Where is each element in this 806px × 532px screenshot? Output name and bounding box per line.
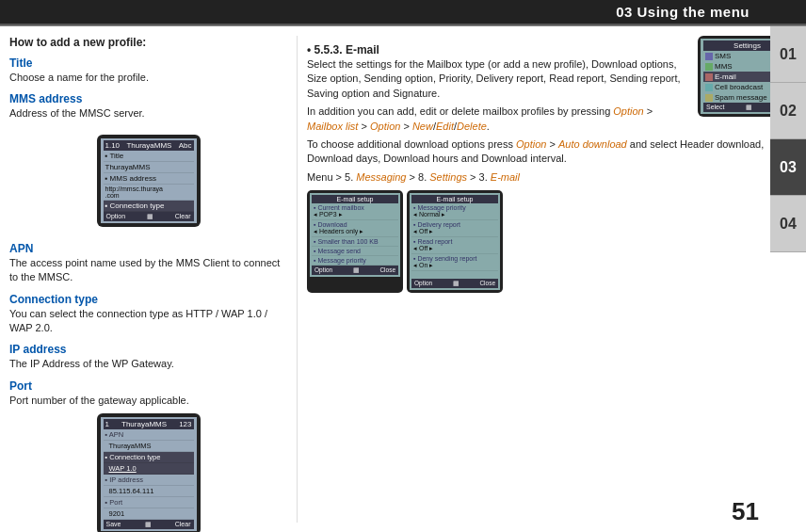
link-email: E-mail [491, 171, 520, 183]
link-delete: Delete [457, 121, 487, 132]
section-body-port: Port number of the gateway applicable. [9, 394, 287, 408]
section-title-apn: APN [9, 242, 287, 255]
right-body-7: To choose additional download options pr… [307, 137, 797, 167]
phone-b-row-apn-val: ThurayaMMS [104, 441, 194, 452]
settings-footer-select: Select [706, 104, 724, 111]
right-body-5: > [400, 121, 412, 132]
phone-row-3: ▪ MMS address [104, 173, 194, 185]
email-left-row-2: ▪ Download ◂ Headers only ▸ [312, 220, 398, 237]
cell-icon [705, 84, 713, 91]
section-body-title: Choose a name for the profile. [9, 71, 287, 85]
phone-mockup-bottom: 1 ThurayaMMS 123 ▪ APN ThurayaMMS ▪ Conn… [97, 413, 201, 532]
page-header: 03 Using the menu [0, 0, 806, 25]
phone-b-header-left: 1 [105, 420, 109, 428]
email-left-row-1: ▪ Current mailbox ◂ POP3 ▸ [312, 203, 398, 220]
phone-screen-top: 1.10 ThurayaMMS Abc ▪ Title ThurayaMMS ▪… [101, 138, 197, 223]
link-mailbox-list: Mailbox list [307, 121, 358, 132]
spam-icon [705, 94, 713, 102]
phone-row-5: ▪ Connection type [104, 201, 194, 212]
phone-footer-b-mid: ▦ [145, 521, 152, 528]
email-right-row-4: ▪ Deny sending report ◂ On ▸ [411, 254, 498, 271]
email-right-row-1: ▪ Message priority ◂ Normal ▸ [411, 203, 498, 220]
email-setup-phones: E-mail setup ▪ Current mailbox ◂ POP3 ▸ … [307, 190, 797, 293]
right-body-12: > 3. [467, 171, 491, 183]
sms-icon [705, 53, 713, 60]
email-setup-left-phone: E-mail setup ▪ Current mailbox ◂ POP3 ▸ … [307, 190, 403, 293]
section-title-ip: IP address [9, 343, 287, 356]
right-body-7-text: To choose additional download options pr… [307, 138, 516, 150]
phone-row-4: http://mmsc.thuraya.com [104, 185, 194, 201]
email-right-footer-mid: ▦ [453, 280, 459, 287]
right-body-11: > 8. [407, 171, 430, 183]
email-left-footer-option: Option [314, 266, 332, 274]
phone-screen-bottom: 1 ThurayaMMS 123 ▪ APN ThurayaMMS ▪ Conn… [101, 417, 197, 531]
right-body-8: > [546, 138, 558, 150]
page-number: 51 [732, 497, 759, 526]
email-setup-right-title: E-mail setup [411, 195, 498, 203]
phone-screen-bottom-header: 1 ThurayaMMS 123 [104, 419, 194, 429]
email-right-row-2: ▪ Delivery report ◂ Off ▸ [411, 220, 498, 237]
email-right-footer-close: Close [479, 280, 495, 287]
right-body-4: > [358, 121, 370, 132]
section-body-conntype: You can select the connection type as HT… [9, 307, 287, 336]
email-setup-right-phone: E-mail setup ▪ Message priority ◂ Normal… [407, 190, 503, 293]
email-setup-left-screen: E-mail setup ▪ Current mailbox ◂ POP3 ▸ … [310, 193, 400, 277]
phone-b-row-apn-label: ▪ APN [104, 429, 194, 441]
right-section-heading: • 5.5.3. E-mail [307, 43, 379, 56]
phone-footer-bottom: Save ▦ Clear [104, 520, 194, 529]
email-left-footer-close: Close [379, 266, 395, 274]
email-right-row-3: ▪ Read report ◂ Off ▸ [411, 237, 498, 254]
link-new: New [412, 121, 433, 132]
menu-text: Menu > 5. [307, 171, 356, 183]
right-menu-path: Menu > 5. Messaging > 8. Settings > 3. E… [307, 170, 797, 185]
email-left-footer: Option ▦ Close [312, 266, 398, 275]
side-tab-04[interactable]: 04 [770, 196, 806, 252]
phone-footer-top: Option ▦ Clear [104, 212, 194, 221]
phone-mockup-bottom-wrap: 1 ThurayaMMS 123 ▪ APN ThurayaMMS ▪ Conn… [9, 413, 287, 532]
link-settings: Settings [429, 171, 467, 183]
phone-header-center: ThurayaMMS [126, 141, 171, 150]
settings-footer-mid: ▦ [746, 104, 752, 111]
section-title-conntype: Connection type [9, 293, 287, 306]
phone-footer-option: Option [106, 213, 126, 220]
phone-mockup-top: 1.10 ThurayaMMS Abc ▪ Title ThurayaMMS ▪… [97, 135, 201, 227]
section-body-ip: The IP Address of the WP Gateway. [9, 357, 287, 371]
phone-footer-save: Save [106, 521, 121, 528]
section-title-port: Port [9, 379, 287, 393]
phone-footer-b-clear: Clear [175, 521, 191, 528]
section-title-mms: MMS address [9, 92, 287, 105]
email-left-footer-mid: ▦ [353, 266, 360, 274]
section-body-mms: Address of the MMSC server. [9, 106, 287, 121]
phone-footer-clear: Clear [175, 213, 191, 220]
phone-b-row-ip-val: 85.115.64.111 [104, 486, 194, 497]
phone-header-left: 1.10 [105, 141, 121, 150]
phone-b-row-port-label: ▪ Port [104, 497, 194, 508]
side-tab-02[interactable]: 02 [770, 83, 806, 139]
right-body-2-text: In addition you can add, edit or delete … [307, 105, 613, 117]
header-title: 03 Using the menu [616, 4, 750, 20]
page-title: How to add a new profile: [9, 36, 287, 49]
main-content: How to add a new profile: Title Choose a… [0, 26, 806, 532]
email-left-row-4: ▪ Message send [312, 247, 398, 256]
email-left-row-5: ▪ Message priority [312, 256, 398, 266]
link-edit: Edit [436, 121, 454, 132]
phone-row-2: ThurayaMMS [104, 162, 194, 173]
link-auto-download: Auto download [558, 138, 627, 150]
phone-b-header-center: ThurayaMMS [121, 420, 167, 428]
phone-b-row-conntype-val: WAP 1.0 [104, 463, 194, 475]
side-tab-01[interactable]: 01 [770, 26, 806, 83]
left-column: How to add a new profile: Title Choose a… [9, 36, 297, 523]
email-right-footer: Option ▦ Close [411, 279, 498, 288]
phone-mockup-top-wrap: 1.10 ThurayaMMS Abc ▪ Title ThurayaMMS ▪… [9, 127, 287, 234]
email-setup-left-title: E-mail setup [312, 195, 398, 203]
phone-b-header-right: 123 [179, 420, 191, 428]
phone-screen-top-header: 1.10 ThurayaMMS Abc [104, 140, 194, 151]
link-option-2: Option [370, 121, 400, 132]
phone-b-row-port-val: 9201 [104, 508, 194, 520]
phone-footer-mid: ▦ [147, 213, 153, 220]
section-title-title: Title [9, 56, 287, 70]
side-tab-03[interactable]: 03 [770, 139, 806, 196]
phone-b-row-ip-label: ▪ IP address [104, 475, 194, 486]
section-body-apn: The access point name used by the MMS Cl… [9, 256, 287, 285]
phone-row-1: ▪ Title [104, 151, 194, 162]
